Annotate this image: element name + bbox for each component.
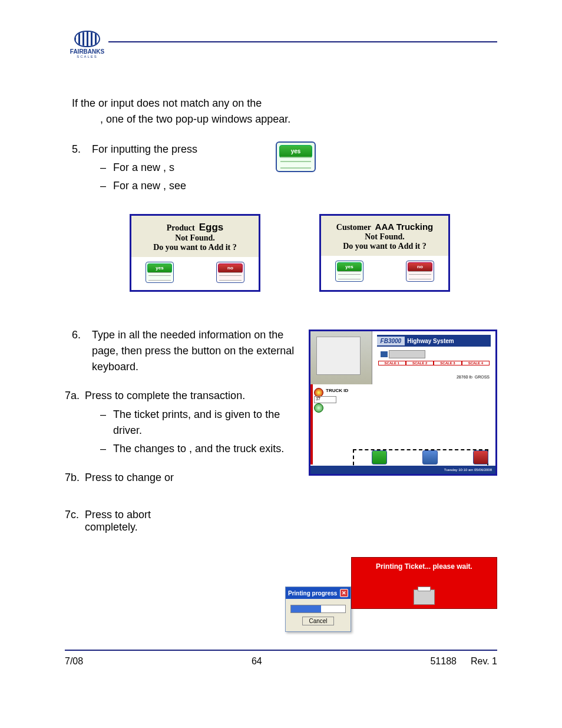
step-5-sub2: – For a new , see <box>100 178 271 194</box>
product-not-found-popup: Product Eggs Not Found. Do you want to A… <box>130 214 260 292</box>
footer-page: 64 <box>252 656 262 667</box>
step-5: 5. For inputting the press <box>72 141 271 157</box>
printer-icon <box>414 589 435 605</box>
cancel-button[interactable]: Cancel <box>302 617 333 625</box>
step-7b: 7b. Press to change or <box>65 472 300 484</box>
action-green-button[interactable] <box>372 450 387 465</box>
progress-bar <box>290 605 346 613</box>
intro-paragraph: If the or input does not match any on th… <box>72 95 497 127</box>
popup-yes-button[interactable]: yes <box>335 261 363 282</box>
step-7a-sub2: – The changes to , and the truck exits. <box>100 441 300 457</box>
page-footer: 7/08 64 51188 Rev. 1 <box>65 656 497 667</box>
step-7a: 7a. Press to complete the transaction. <box>65 390 300 402</box>
fb3000-logo: FB3000 <box>377 337 405 345</box>
yes-button[interactable]: yes <box>276 141 316 172</box>
footer-doc: 51188 <box>430 656 457 667</box>
footer-rev: Rev. 1 <box>471 656 497 667</box>
footer-date: 7/08 <box>65 656 83 667</box>
fb3000-screenshot: FB3000 Highway System SCALE 1SCALE 2SCAL… <box>309 330 497 476</box>
screenshot-footer: Tuesday 10:10 am 05/06/2008 <box>310 466 495 474</box>
footer-rule <box>65 650 497 651</box>
truck-id-input[interactable]: 37 <box>314 396 336 403</box>
printing-progress-dialog: Printing progress ✕ Cancel <box>285 587 351 632</box>
highway-system-label: Highway System <box>407 338 491 344</box>
truck-graphic <box>378 349 490 361</box>
fairbanks-logo: FAIRBANKS SCALES <box>70 31 105 58</box>
step-7a-sub1: – The ticket prints, and is given to the… <box>100 407 300 439</box>
action-red-button[interactable] <box>473 450 488 465</box>
step-6: 6. Type in all the needed information on… <box>72 327 300 375</box>
customer-not-found-popup: Customer AAA Trucking Not Found. Do you … <box>319 214 450 292</box>
dialog-title: Printing progress <box>288 590 337 597</box>
popup-no-button[interactable]: no <box>406 261 434 282</box>
popup-no-button[interactable]: no <box>216 262 244 283</box>
printing-ticket-banner: Printing Ticket... please wait. <box>351 557 497 609</box>
truck-id-label: TRUCK ID <box>326 388 348 393</box>
truck-photo <box>310 331 372 384</box>
step-7c: 7c. Press to abort completely. <box>65 509 300 533</box>
close-icon[interactable]: ✕ <box>340 589 348 597</box>
popup-yes-button[interactable]: yes <box>146 262 174 283</box>
gross-weight: 28760 lb GROSS <box>457 375 490 379</box>
action-blue-button[interactable] <box>422 450 438 465</box>
green-light-icon <box>314 403 323 413</box>
step-5-sub1: – For a new , s <box>100 160 271 176</box>
header-rule <box>108 41 497 42</box>
